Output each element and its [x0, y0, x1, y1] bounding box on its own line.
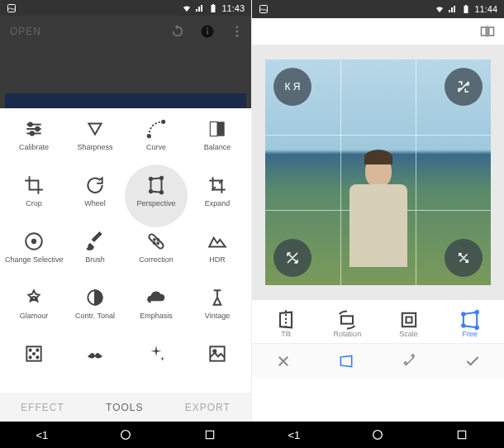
mode-scale[interactable]: Scale	[380, 308, 438, 338]
perspective-icon	[145, 174, 167, 196]
sliders-icon	[23, 118, 45, 140]
wifi-icon	[182, 3, 192, 13]
compare-icon[interactable]	[479, 23, 496, 40]
tool-contr-tonal[interactable]: Contr. Tonal	[64, 282, 126, 336]
tool-glamour[interactable]: Glamour	[3, 282, 64, 336]
apply-button[interactable]	[456, 345, 489, 378]
tilt-icon	[274, 308, 297, 328]
rotate-icon	[84, 174, 106, 196]
tool-label: Expand	[205, 199, 231, 207]
tool-label: Balance	[204, 143, 231, 151]
corner-handle-tl[interactable]: К Я	[273, 68, 311, 106]
auto-button[interactable]	[393, 345, 426, 378]
tool-balance[interactable]: Balance	[187, 113, 248, 168]
corner-handle-br[interactable]	[445, 239, 483, 277]
cancel-button[interactable]	[267, 345, 300, 378]
sparkle-icon	[145, 343, 167, 365]
svg-point-51	[462, 324, 465, 327]
svg-point-14	[31, 131, 34, 135]
tab-export[interactable]: EXPORT	[185, 402, 231, 413]
mode-bar: Tilt Rotation Scale Free	[252, 300, 504, 343]
tool-label: Brush	[85, 255, 105, 264]
back-button[interactable]: <1	[34, 427, 50, 443]
svg-point-7	[236, 31, 239, 33]
mode-tilt[interactable]: Tilt	[257, 308, 315, 338]
svg-point-22	[150, 190, 152, 193]
svg-rect-4	[207, 31, 208, 35]
tool-correction[interactable]: Correction	[126, 226, 187, 280]
tool-label: Contr. Tonal	[75, 312, 115, 320]
tool-frame[interactable]	[3, 338, 64, 393]
svg-rect-18	[210, 122, 217, 136]
tonal-icon	[84, 287, 106, 308]
tool-label: Sharpness	[77, 143, 112, 151]
tool-sharpness[interactable]: Sharpness	[64, 113, 126, 168]
shape-button[interactable]	[330, 345, 363, 378]
svg-point-5	[207, 27, 208, 29]
home-button[interactable]	[117, 427, 134, 443]
svg-point-12	[29, 122, 32, 126]
svg-point-24	[32, 240, 36, 243]
tab-tools[interactable]: TOOLS	[106, 402, 143, 413]
back-button[interactable]: <1	[286, 427, 302, 443]
picture-icon	[7, 3, 17, 13]
svg-point-33	[30, 350, 31, 351]
corner-handle-bl[interactable]	[273, 239, 311, 277]
tool-mustache[interactable]	[64, 338, 126, 393]
tool-sparkle[interactable]	[126, 338, 187, 393]
photo-canvas[interactable]: К Я	[265, 60, 491, 285]
svg-point-28	[157, 239, 159, 241]
screen-perspective: 11:44 К Я Tilt	[252, 0, 504, 422]
cloud-icon	[145, 287, 167, 308]
android-navbar: <1 <1	[0, 422, 504, 448]
tool-label: Wheel	[84, 199, 106, 207]
svg-point-6	[236, 26, 239, 28]
svg-rect-47	[402, 313, 415, 326]
svg-point-19	[150, 178, 152, 180]
scale-icon	[397, 308, 421, 328]
tool-expand[interactable]: Expand	[187, 169, 248, 224]
tool-perspective[interactable]: Perspective	[126, 169, 187, 224]
mode-rotation[interactable]: Rotation	[318, 308, 376, 338]
grid-line	[340, 60, 341, 285]
svg-point-35	[30, 356, 31, 358]
tool-change-selective[interactable]: Change Selective	[3, 226, 64, 280]
tool-crop[interactable]: Crop	[3, 169, 64, 224]
recent-button[interactable]	[202, 427, 218, 443]
grid-line	[416, 60, 416, 285]
vintage-icon	[207, 287, 228, 308]
tool-emphasis[interactable]: Emphasis	[126, 282, 187, 336]
corner-handle-tr[interactable]	[445, 68, 483, 106]
svg-point-37	[33, 353, 35, 355]
tool-calibrate[interactable]: Calibrate	[3, 113, 64, 168]
info-icon[interactable]	[200, 24, 215, 39]
curve-icon	[145, 118, 167, 140]
tool-hdr[interactable]: HDR	[187, 226, 248, 280]
battery-icon	[461, 4, 471, 14]
svg-rect-1	[212, 5, 216, 12]
svg-point-16	[162, 121, 164, 123]
mode-label: Free	[463, 330, 478, 338]
tool-label: Emphasis	[140, 312, 173, 320]
svg-rect-25	[148, 233, 164, 250]
tool-brush[interactable]: Brush	[64, 226, 126, 280]
refresh-icon[interactable]	[170, 24, 185, 39]
svg-point-26	[154, 239, 155, 241]
screen-tools: 11:43 OPEN Calibrate Sharpness Curve Bal	[0, 0, 252, 422]
signal-icon	[448, 4, 458, 14]
more-icon[interactable]	[230, 24, 245, 39]
tool-vintage[interactable]: Vintage	[187, 282, 248, 336]
tool-label: Crop	[26, 199, 42, 207]
svg-rect-38	[210, 346, 224, 360]
tool-wheel[interactable]: Wheel	[64, 169, 126, 224]
brush-icon	[84, 231, 106, 252]
recent-button[interactable]	[454, 427, 470, 443]
tool-image[interactable]	[187, 338, 248, 393]
mode-free[interactable]: Free	[441, 308, 499, 338]
svg-point-15	[148, 135, 150, 137]
topbar-right	[252, 18, 504, 45]
home-button[interactable]	[369, 427, 386, 443]
svg-point-48	[462, 312, 465, 316]
tab-effect[interactable]: EFFECT	[21, 402, 64, 413]
tool-curve[interactable]: Curve	[126, 113, 187, 168]
